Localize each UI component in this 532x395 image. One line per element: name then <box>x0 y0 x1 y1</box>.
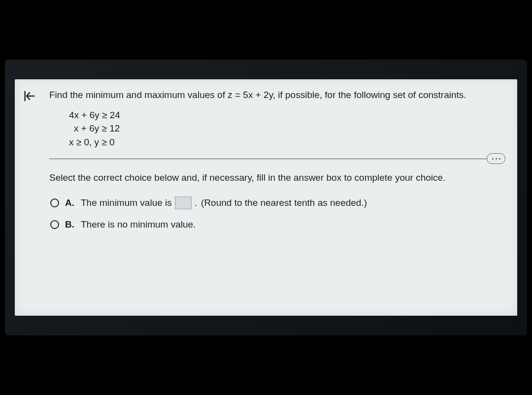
answer-input-a[interactable] <box>175 197 192 209</box>
photo-frame: Find the minimum and maximum values of z… <box>5 60 527 335</box>
constraint-line: 4x + 6y ≥ 24 <box>69 108 502 122</box>
question-screen: Find the minimum and maximum values of z… <box>15 79 517 316</box>
ellipsis-icon <box>492 158 494 160</box>
constraints-block: 4x + 6y ≥ 24 x + 6y ≥ 12 x ≥ 0, y ≥ 0 <box>69 108 502 149</box>
choice-a-after: . <box>195 196 197 210</box>
radio-choice-b[interactable] <box>50 220 59 229</box>
choice-b-letter: B. <box>65 218 75 232</box>
choice-a-letter: A. <box>65 196 75 210</box>
constraint-line: x + 6y ≥ 12 <box>69 122 502 135</box>
ellipsis-icon <box>499 158 500 160</box>
collapse-left-button[interactable] <box>22 88 37 104</box>
choice-b-text: There is no minimum value. <box>81 218 196 232</box>
arrow-left-bar-icon <box>23 89 36 103</box>
choice-a-text: The minimum value is . (Round to the nea… <box>81 196 367 210</box>
question-content: Find the minimum and maximum values of z… <box>44 79 517 316</box>
section-divider <box>49 159 502 159</box>
more-options-button[interactable] <box>487 153 505 164</box>
answer-instruction: Select the correct choice below and, if … <box>49 171 502 185</box>
choice-list: A. The minimum value is . (Round to the … <box>49 196 502 232</box>
problem-statement: Find the minimum and maximum values of z… <box>49 88 502 102</box>
divider-wrap <box>49 159 502 159</box>
ellipsis-icon <box>496 158 497 160</box>
choice-a-before: The minimum value is <box>81 196 172 210</box>
choice-b-row: B. There is no minimum value. <box>50 218 502 232</box>
choice-a-hint: (Round to the nearest tenth as needed.) <box>201 196 367 210</box>
constraint-line: x ≥ 0, y ≥ 0 <box>69 135 502 149</box>
choice-a-row: A. The minimum value is . (Round to the … <box>50 196 502 210</box>
left-column <box>15 79 44 316</box>
radio-choice-a[interactable] <box>50 198 59 207</box>
